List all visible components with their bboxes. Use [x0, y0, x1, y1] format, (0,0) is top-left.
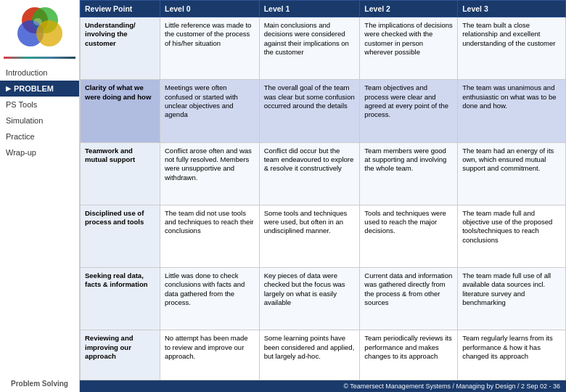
table-cell: Some learning points have been considere…: [259, 330, 360, 380]
table-cell: Team members were good at supporting and…: [360, 142, 458, 205]
table-cell: The team had an energy of its own, which…: [458, 142, 566, 205]
table-row: Seeking real data, facts & informationLi…: [81, 268, 566, 330]
table-row: Disciplined use of process and toolsThe …: [81, 205, 566, 267]
sidebar-item-introduction[interactable]: Introduction: [0, 65, 79, 81]
table-cell: Team objectives and process were clear a…: [360, 80, 458, 142]
table-row: Reviewing and improving our approachNo a…: [81, 330, 566, 380]
col-header-review-point: Review Point: [81, 1, 160, 17]
table-cell: Little was done to check conclusions wit…: [160, 268, 260, 330]
row-header: Reviewing and improving our approach: [81, 330, 160, 380]
row-header: Clarity of what we were doing and how: [81, 80, 160, 142]
table-row: Clarity of what we were doing and howMee…: [81, 80, 566, 142]
table-row: Understanding/ involving the customerLit…: [81, 17, 566, 80]
table-cell: The team made full use of all available …: [458, 268, 566, 330]
sidebar-nav: Introduction PROBLEM PS Tools Simulation…: [0, 65, 79, 160]
table-cell: The team built a close relationship and …: [458, 17, 566, 80]
sidebar-item-practice[interactable]: Practice: [0, 128, 79, 144]
table-cell: The team did not use tools and technique…: [160, 205, 260, 267]
table-cell: Team periodically reviews its performanc…: [360, 330, 458, 380]
table-row: Teamwork and mutual supportConflict aros…: [81, 142, 566, 205]
table-cell: No attempt has been made to review and i…: [160, 330, 260, 380]
col-header-level2: Level 2: [360, 1, 458, 17]
footer-text: © Teamersect Management Systems / Managi…: [343, 383, 560, 390]
col-header-level0: Level 0: [160, 1, 260, 17]
table-cell: Conflict arose often and was not fully r…: [160, 142, 260, 205]
table-cell: The team was unanimous and enthusiastic …: [458, 80, 566, 142]
row-header: Disciplined use of process and tools: [81, 205, 160, 267]
row-header: Seeking real data, facts & information: [81, 268, 160, 330]
table-cell: Little reference was made to the custome…: [160, 17, 260, 80]
table-cell: Current data and information was gathere…: [360, 268, 458, 330]
sidebar-item-simulation[interactable]: Simulation: [0, 113, 79, 128]
col-header-level3: Level 3: [458, 1, 566, 17]
row-header: Understanding/ involving the customer: [81, 17, 160, 80]
sidebar: Introduction PROBLEM PS Tools Simulation…: [0, 0, 80, 392]
logo: [15, 6, 65, 57]
table-cell: Main conclusions and decisions were cons…: [259, 17, 360, 80]
table-cell: Meetings were often confused or started …: [160, 80, 260, 142]
table-cell: Some tools and techniques were used, but…: [259, 205, 360, 267]
svg-point-4: [33, 18, 42, 25]
footer-bar: © Teamersect Management Systems / Managi…: [80, 380, 566, 392]
sidebar-item-ps-tools[interactable]: PS Tools: [0, 97, 79, 113]
table-cell: The overall goal of the team was clear b…: [259, 80, 360, 142]
sidebar-item-problem[interactable]: PROBLEM: [0, 81, 79, 97]
table-cell: Key pieces of data were checked but the …: [259, 268, 360, 330]
sidebar-footer-label: Problem Solving: [7, 375, 73, 392]
row-header: Teamwork and mutual support: [81, 142, 160, 205]
table-cell: Conflict did occur but the team endeavou…: [259, 142, 360, 205]
sidebar-item-wrap-up[interactable]: Wrap-up: [0, 144, 79, 160]
review-table: Review Point Level 0 Level 1 Level 2 Lev…: [80, 0, 566, 380]
table-cell: Tools and techniques were used to reach …: [360, 205, 458, 267]
col-header-level1: Level 1: [259, 1, 360, 17]
sidebar-divider: [4, 57, 75, 59]
table-header-row: Review Point Level 0 Level 1 Level 2 Lev…: [81, 1, 566, 17]
table-cell: The implications of decisions were check…: [360, 17, 458, 80]
table-cell: The team made full and objective use of …: [458, 205, 566, 267]
table-cell: Team regularly learns from its performan…: [458, 330, 566, 380]
main-content: Review Point Level 0 Level 1 Level 2 Lev…: [80, 0, 566, 392]
